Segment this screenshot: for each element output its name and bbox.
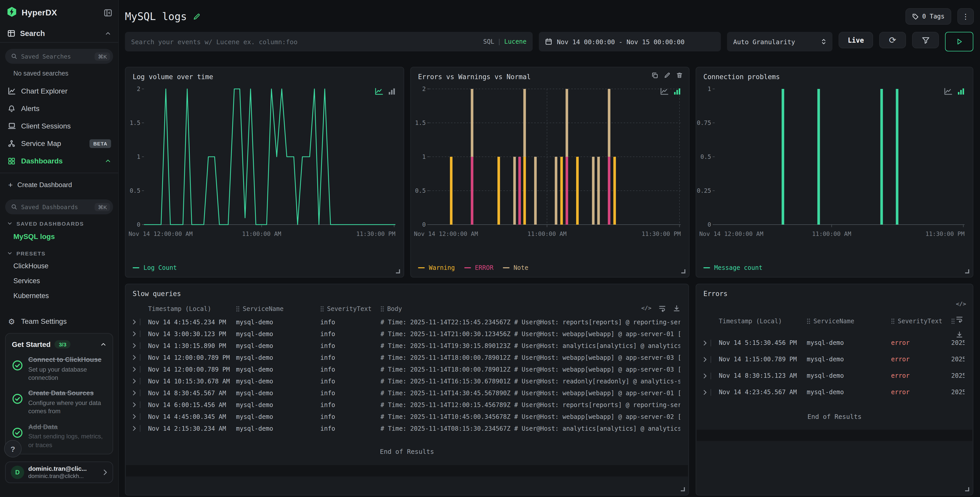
help-button[interactable]: ? [4, 440, 22, 457]
sidebar-item-search[interactable]: Search [0, 25, 118, 43]
expand-row-button[interactable] [133, 366, 148, 373]
granularity-select[interactable]: Auto Granularity [727, 32, 832, 51]
column-drag-handle-icon[interactable] [807, 318, 810, 324]
expand-row-button[interactable] [703, 372, 719, 379]
stacked-bar-chart[interactable]: 00.511.52Nov 14 12:00:00 AM11:00:00 AM11… [411, 82, 689, 244]
expand-row-button[interactable] [703, 340, 719, 346]
table-row[interactable]: Nov 14 12:00:00.789 PMmysql-demoinfo# Ti… [126, 351, 689, 364]
chevron-up-icon[interactable] [100, 341, 107, 348]
table-row[interactable]: Nov 14 1:30:15.890 PMmysql-demoinfo# Tim… [126, 340, 689, 351]
line-chart-toggle-icon[interactable] [660, 88, 668, 97]
line-chart-toggle-icon[interactable] [944, 88, 952, 97]
sidebar-item-team-settings[interactable]: ⚙ Team Settings [0, 313, 118, 330]
horizontal-scrollbar[interactable] [697, 430, 972, 441]
expand-row-button[interactable] [703, 389, 719, 395]
expand-row-button[interactable] [133, 354, 148, 361]
download-icon[interactable] [673, 305, 680, 312]
event-search-input[interactable]: Search your events w/ Lucene ex. column:… [125, 32, 533, 51]
filter-button[interactable] [912, 32, 939, 48]
column-drag-handle-icon[interactable] [891, 318, 895, 324]
table-row[interactable]: Nov 14 4:45:00.345 AMmysql-demoinfo# Tim… [126, 411, 689, 422]
expand-row-button[interactable] [133, 330, 148, 337]
table-row[interactable]: Nov 14 12:00:00.789 PMmysql-demoinfo# Ti… [126, 364, 689, 375]
table-row[interactable]: Nov 14 8:30:15.123 AMmysql-demoerror2025… [696, 367, 973, 384]
table-row[interactable]: Nov 14 2:15:30.234 AMmysql-demoinfo# Tim… [126, 422, 689, 434]
column-drag-handle-icon[interactable] [380, 306, 384, 312]
get-started-item[interactable]: Connect to ClickHouse Set up your databa… [12, 356, 107, 382]
table-row[interactable]: Nov 14 8:30:45.567 AMmysql-demoinfo# Tim… [126, 387, 689, 399]
legend-item[interactable]: ERROR [464, 264, 493, 272]
sql-toggle[interactable]: SQL [483, 38, 494, 45]
presets-header[interactable]: PRESETS [0, 244, 118, 259]
query-language-toggle[interactable]: SQL|Lucene [483, 38, 527, 45]
horizontal-scrollbar[interactable] [126, 465, 688, 476]
tags-button[interactable]: 0 Tags [905, 8, 951, 25]
expand-row-button[interactable] [133, 319, 148, 326]
sidebar-item-mysql-logs[interactable]: MySQL logs [0, 229, 118, 244]
panel-resize-handle[interactable] [681, 269, 686, 273]
bar-chart-toggle-icon[interactable] [673, 88, 681, 97]
table-row[interactable]: Nov 14 5:15:30.456 PMmysql-demoerror2025… [696, 335, 973, 351]
bar-chart[interactable]: 00.250.50.751Nov 14 12:00:00 AM11:00:00 … [696, 82, 973, 244]
edit-title-icon[interactable] [193, 13, 201, 20]
get-started-item[interactable]: Create Data Sources Configure where your… [12, 389, 107, 416]
legend-item[interactable]: Warning [418, 264, 455, 272]
column-header[interactable]: Timestamp (Local) [719, 318, 807, 325]
legend-item[interactable]: Note [503, 264, 528, 272]
edit-panel-icon[interactable] [664, 72, 670, 79]
column-header[interactable]: ServiceName [236, 305, 320, 313]
sidebar-item-kubernetes[interactable]: Kubernetes [0, 288, 118, 303]
saved-searches-input[interactable]: Saved Searches ⌘K [5, 49, 113, 64]
create-dashboard-button[interactable]: + Create Dashboard [0, 176, 118, 193]
sidebar-item-clickhouse[interactable]: ClickHouse [0, 259, 118, 273]
expand-row-button[interactable] [133, 390, 148, 396]
panel-resize-handle[interactable] [396, 269, 400, 273]
bar-chart-toggle-icon[interactable] [958, 88, 964, 97]
chevron-up-icon[interactable] [105, 158, 111, 164]
expand-row-button[interactable] [133, 342, 148, 349]
chevron-up-icon[interactable] [105, 30, 111, 37]
sidebar-item-client-sessions[interactable]: Client Sessions [0, 117, 118, 135]
line-chart-toggle-icon[interactable] [375, 88, 383, 97]
view-source-icon[interactable]: </> [641, 305, 651, 312]
duplicate-panel-icon[interactable] [651, 72, 658, 79]
panel-resize-handle[interactable] [681, 487, 685, 491]
table-row[interactable]: Nov 14 1:15:00.789 PMmysql-demoerror2025… [696, 351, 973, 367]
refresh-button[interactable]: ⟳ [879, 32, 906, 48]
legend-item[interactable]: Message count [703, 264, 762, 272]
saved-dashboards-header[interactable]: SAVED DASHBOARDS [0, 214, 118, 229]
view-source-icon[interactable]: </> [956, 301, 966, 307]
table-row[interactable]: Nov 14 10:15:30.678 AMmysql-demoinfo# Ti… [126, 375, 689, 387]
column-drag-handle-icon[interactable] [320, 306, 324, 312]
table-row[interactable]: Nov 14 3:00:30.123 PMmysql-demoinfo# Tim… [126, 328, 689, 340]
sidebar-item-services[interactable]: Services [0, 273, 118, 288]
run-query-button[interactable] [945, 32, 973, 51]
panel-resize-handle[interactable] [965, 269, 969, 273]
column-drag-handle-icon[interactable] [236, 306, 240, 312]
sidebar-collapse-icon[interactable] [104, 9, 112, 17]
wrap-text-icon[interactable] [659, 305, 666, 312]
expand-row-button[interactable] [133, 413, 148, 420]
expand-row-button[interactable] [133, 402, 148, 408]
live-button[interactable]: Live [838, 32, 873, 48]
column-drag-handle-icon[interactable] [951, 318, 955, 324]
panel-resize-handle[interactable] [965, 487, 969, 491]
table-row[interactable]: Nov 14 4:23:45.567 AMmysql-demoerror2025… [696, 384, 973, 400]
sidebar-item-dashboards[interactable]: Dashboards [0, 152, 118, 170]
expand-row-button[interactable] [703, 356, 719, 363]
more-options-button[interactable]: ⋮ [958, 8, 974, 25]
sidebar-item-alerts[interactable]: Alerts [0, 100, 118, 117]
column-header[interactable]: SeverityText [320, 305, 380, 313]
saved-dashboards-input[interactable]: Saved Dashboards ⌘K [5, 199, 113, 214]
delete-panel-icon[interactable] [676, 72, 683, 79]
download-icon[interactable] [956, 331, 966, 338]
column-header[interactable]: SeverityText [891, 318, 951, 325]
column-header[interactable]: ServiceName [807, 318, 891, 325]
user-menu[interactable]: D dominic.tran@clic... dominic.tran@clic… [5, 462, 113, 483]
column-header[interactable]: Timestamp (Local) [148, 305, 236, 313]
column-header[interactable]: Body [380, 305, 680, 313]
table-row[interactable]: Nov 14 4:15:45.234 PMmysql-demoinfo# Tim… [126, 316, 689, 328]
expand-row-button[interactable] [133, 425, 148, 432]
sidebar-item-service-map[interactable]: Service Map BETA [0, 135, 118, 152]
get-started-item[interactable]: Add Data Start sending logs, metrics, or… [12, 423, 107, 449]
